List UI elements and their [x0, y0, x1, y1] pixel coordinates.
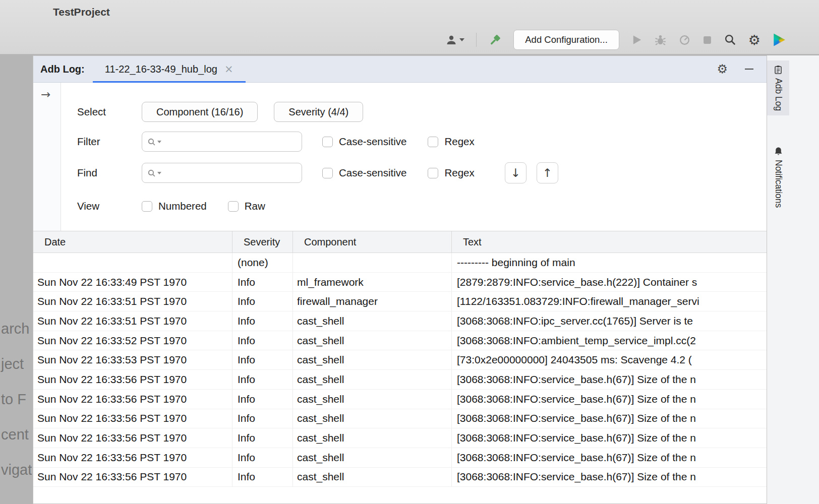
find-input[interactable]: [163, 167, 297, 178]
right-tool-window-bar: Adb Log Notifications: [767, 55, 819, 504]
profiler-icon: [678, 34, 691, 46]
filter-gutter: →: [33, 83, 61, 231]
log-cell-text: [3068:3068:INFO:ambient_temp_service_imp…: [452, 331, 767, 350]
arrow-down-icon: ↓: [511, 166, 520, 179]
log-row[interactable]: Sun Nov 22 16:33:56 PST 1970Infocast_she…: [33, 409, 767, 429]
log-cell-date: Sun Nov 22 16:33:56 PST 1970: [33, 409, 232, 428]
profiler-button[interactable]: [678, 34, 691, 46]
background-hint-text: to F: [1, 391, 26, 408]
search-everywhere-button[interactable]: [724, 33, 737, 46]
log-cell-text: [3068:3068:INFO:service_base.h(67)] Size…: [452, 448, 767, 467]
log-cell-component: cast_shell: [293, 428, 452, 448]
log-cell-date: Sun Nov 22 16:33:56 PST 1970: [33, 468, 232, 487]
log-table-header: DateSeverityComponentText: [33, 231, 767, 253]
panel-settings-gear-icon[interactable]: ⚙: [717, 63, 728, 75]
log-row[interactable]: Sun Nov 22 16:33:52 PST 1970Infocast_she…: [33, 331, 767, 351]
log-cell-severity: Info: [232, 409, 293, 428]
toolbar-divider: [476, 33, 477, 47]
log-cell-date: Sun Nov 22 16:33:56 PST 1970: [33, 428, 232, 448]
user-menu-button[interactable]: [445, 34, 464, 46]
log-cell-severity: Info: [232, 468, 293, 487]
log-cell-text: [3068:3068:INFO:service_base.h(67)] Size…: [452, 409, 767, 428]
chevron-down-icon: [157, 141, 161, 143]
column-header-date[interactable]: Date: [33, 231, 232, 253]
find-regex-checkbox[interactable]: Regex: [428, 167, 474, 179]
settings-button[interactable]: ⚙: [748, 33, 760, 47]
stop-button[interactable]: [703, 35, 712, 45]
log-icon: [774, 65, 783, 75]
add-configuration-button[interactable]: Add Configuration...: [513, 30, 619, 50]
filter-case-sensitive-checkbox[interactable]: Case-sensitive: [322, 136, 406, 148]
checkbox-box: [228, 201, 239, 212]
checkbox-label: Numbered: [158, 200, 207, 212]
filter-label: Filter: [77, 136, 142, 148]
log-cell-severity: Info: [232, 390, 293, 409]
ide-logo-button[interactable]: [772, 33, 786, 47]
log-row[interactable]: (none)--------- beginning of main: [33, 253, 767, 273]
find-input-box[interactable]: [142, 163, 302, 183]
chevron-down-icon: [157, 172, 161, 174]
log-cell-text: [3068:3068:INFO:service_base.h(67)] Size…: [452, 468, 767, 487]
hammer-icon: [488, 33, 502, 47]
log-cell-component: cast_shell: [293, 409, 452, 428]
chevron-down-icon: [459, 38, 464, 41]
checkbox-box: [142, 201, 152, 212]
log-cell-date: Sun Nov 22 16:33:51 PST 1970: [33, 292, 232, 311]
debug-button[interactable]: [654, 34, 667, 46]
log-cell-severity: Info: [232, 428, 293, 448]
log-row[interactable]: Sun Nov 22 16:33:56 PST 1970Infocast_she…: [33, 370, 767, 390]
log-row[interactable]: Sun Nov 22 16:33:56 PST 1970Infocast_she…: [33, 448, 767, 468]
log-row[interactable]: Sun Nov 22 16:33:51 PST 1970Infofirewall…: [33, 292, 767, 311]
component-filter-button[interactable]: Component (16/16): [142, 102, 258, 122]
log-cell-component: cast_shell: [293, 311, 452, 331]
log-row[interactable]: Sun Nov 22 16:33:56 PST 1970Infocast_she…: [33, 390, 767, 409]
severity-filter-button[interactable]: Severity (4/4): [274, 102, 363, 122]
side-tab-notifications[interactable]: Notifications: [767, 142, 789, 212]
log-cell-severity: Info: [232, 273, 293, 292]
minimize-icon[interactable]: [745, 69, 753, 70]
log-cell-text: [3068:3068:INFO:service_base.h(67)] Size…: [452, 428, 767, 448]
log-row[interactable]: Sun Nov 22 16:33:49 PST 1970Infoml_frame…: [33, 273, 767, 292]
collapse-arrow-icon[interactable]: →: [41, 88, 50, 101]
checkbox-label: Regex: [444, 167, 474, 179]
checkbox-box: [322, 137, 333, 147]
main-toolbar: Add Configuration...: [445, 28, 786, 51]
side-tab-adb-log[interactable]: Adb Log: [767, 60, 789, 115]
checkbox-box: [428, 137, 438, 147]
raw-checkbox[interactable]: Raw: [228, 200, 265, 212]
filter-regex-checkbox[interactable]: Regex: [428, 136, 474, 148]
log-cell-severity: Info: [232, 448, 293, 467]
log-cell-severity: Info: [232, 292, 293, 311]
log-cell-severity: Info: [232, 370, 293, 389]
filter-input[interactable]: [163, 136, 297, 147]
log-cell-component: firewall_manager: [293, 292, 452, 311]
find-previous-button[interactable]: ↑: [537, 162, 558, 183]
close-icon[interactable]: ×: [224, 63, 233, 75]
panel-title: Adb Log:: [40, 64, 85, 75]
log-cell-text: [2879:2879:INFO:service_base.h(222)] Con…: [452, 273, 767, 292]
log-row[interactable]: Sun Nov 22 16:33:53 PST 1970Infocast_she…: [33, 350, 767, 370]
log-file-tab[interactable]: 11-22_16-33-49_hub_log ×: [93, 56, 246, 82]
log-row[interactable]: Sun Nov 22 16:33:56 PST 1970Infocast_she…: [33, 428, 767, 448]
background-hint-text: cent: [1, 426, 29, 443]
log-cell-text: [3068:3068:INFO:service_base.h(67)] Size…: [452, 370, 767, 389]
log-row[interactable]: Sun Nov 22 16:33:51 PST 1970Infocast_she…: [33, 311, 767, 331]
column-header-text[interactable]: Text: [452, 231, 767, 253]
filter-input-box[interactable]: [142, 132, 302, 152]
log-cell-severity: Info: [232, 311, 293, 331]
build-button[interactable]: [488, 33, 502, 47]
log-table: DateSeverityComponentText (none)--------…: [33, 231, 767, 503]
numbered-checkbox[interactable]: Numbered: [142, 200, 207, 212]
log-cell-date: [33, 253, 232, 272]
find-next-button[interactable]: ↓: [505, 162, 526, 183]
background-hint-text: vigat: [1, 462, 32, 478]
run-button[interactable]: [631, 34, 642, 46]
find-case-sensitive-checkbox[interactable]: Case-sensitive: [322, 167, 406, 179]
column-header-severity[interactable]: Severity: [232, 231, 293, 253]
column-header-component[interactable]: Component: [293, 231, 452, 253]
log-cell-text: [3068:3068:INFO:ipc_server.cc(1765)] Ser…: [452, 311, 767, 331]
log-cell-text: [1122/163351.083729:INFO:firewall_manage…: [452, 292, 767, 311]
studio-logo-icon: [772, 33, 786, 47]
log-row[interactable]: Sun Nov 22 16:33:56 PST 1970Infocast_she…: [33, 468, 767, 487]
checkbox-label: Raw: [245, 200, 265, 212]
